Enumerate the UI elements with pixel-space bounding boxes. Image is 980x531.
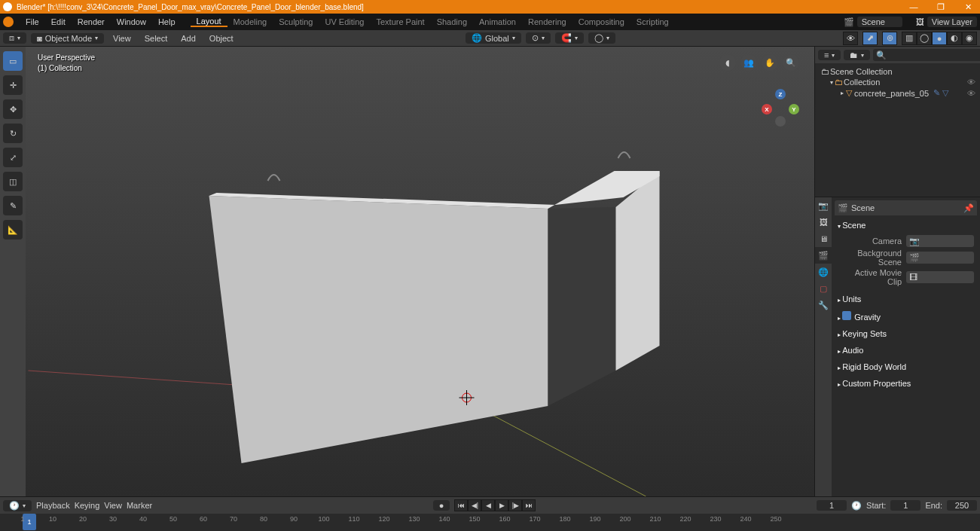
tool-measure[interactable]: 📐 <box>3 220 23 240</box>
workspace-uv[interactable]: UV Editing <box>319 17 370 26</box>
panel-scene[interactable]: Scene <box>835 218 977 232</box>
tool-select-box[interactable]: ▭ <box>3 51 23 71</box>
menu-file[interactable]: File <box>20 17 45 26</box>
tool-rotate[interactable]: ↻ <box>3 124 23 143</box>
tree-collection[interactable]: ▾ 🗀 Collection 👁 <box>815 77 980 87</box>
ptab-world[interactable]: 🌐 <box>815 264 832 280</box>
tool-move[interactable]: ✥ <box>3 99 23 119</box>
window-close-button[interactable]: ✕ <box>959 2 977 12</box>
tl-menu-keying[interactable]: Keying <box>75 501 100 510</box>
bg-scene-field[interactable]: 🎬 <box>906 252 974 264</box>
tl-menu-view[interactable]: View <box>104 501 122 510</box>
workspace-rendering[interactable]: Rendering <box>522 17 572 26</box>
workspace-modeling[interactable]: Modeling <box>227 17 273 26</box>
collection-icon: 🗀 <box>820 67 830 76</box>
end-frame-field[interactable]: 250 <box>947 500 977 511</box>
3d-viewport[interactable]: User Perspective (1) Collection ◖ 👥 ✋ 🔍 … <box>26 47 814 496</box>
tool-cursor[interactable]: ✛ <box>3 75 23 95</box>
workspace-compositing[interactable]: Compositing <box>572 17 630 26</box>
ptab-render[interactable]: 📷 <box>815 197 832 214</box>
tool-scale[interactable]: ⤢ <box>3 148 23 167</box>
timeline-editor-button[interactable]: 🕐▾ <box>3 500 32 511</box>
current-frame-field[interactable]: 1 <box>817 500 847 511</box>
workspace-animation[interactable]: Animation <box>473 17 522 26</box>
shading-rendered[interactable]: ◉ <box>962 32 977 45</box>
play-keyback[interactable]: ◀| <box>468 499 481 511</box>
workspace-layout[interactable]: Layout <box>191 17 227 27</box>
vp-menu-select[interactable]: Select <box>140 34 172 43</box>
pivot-selector[interactable]: ⊙▾ <box>526 32 551 44</box>
autokey-button[interactable]: ● <box>433 500 450 511</box>
play-first[interactable]: ⏮ <box>454 499 468 511</box>
panel-keying[interactable]: Keying Sets <box>835 327 977 340</box>
workspace-scripting[interactable]: Scripting <box>630 17 675 26</box>
vp-menu-object[interactable]: Object <box>205 34 238 43</box>
play-last[interactable]: ⏭ <box>522 499 536 511</box>
eye-icon[interactable]: 👁 <box>967 78 975 87</box>
window-max-button[interactable]: ❐ <box>932 2 950 12</box>
menu-help[interactable]: Help <box>152 17 182 26</box>
orientation-selector[interactable]: 🌐Global▾ <box>466 32 521 44</box>
start-frame-field[interactable]: 1 <box>890 500 920 511</box>
workspace-texpaint[interactable]: Texture Paint <box>370 17 430 26</box>
panel-units[interactable]: Units <box>835 292 977 306</box>
shading-solid[interactable]: ● <box>932 32 947 45</box>
vp-menu-view[interactable]: View <box>108 34 136 43</box>
scene-icon: 🎬 <box>844 17 854 27</box>
workspace-shading[interactable]: Shading <box>431 17 473 26</box>
ptab-modifier[interactable]: 🔧 <box>815 297 832 313</box>
xray-toggle[interactable]: ▥ <box>902 32 917 45</box>
tool-annotate[interactable]: ✎ <box>3 196 23 215</box>
ptab-object[interactable]: ▢ <box>815 280 832 297</box>
tree-object[interactable]: ▸ ▽ concrete_panels_05 ✎ ▽ 👁 <box>815 87 980 99</box>
search-icon: 🔍 <box>876 50 887 60</box>
camera-icon: 📷 <box>909 237 920 246</box>
tree-scene-collection[interactable]: 🗀 Scene Collection <box>815 66 980 77</box>
panel-audio[interactable]: Audio <box>835 343 977 357</box>
tick: 30 <box>109 515 117 523</box>
scene-field[interactable]: Scene <box>857 17 902 27</box>
ptab-scene[interactable]: 🎬 <box>815 247 832 264</box>
play-play[interactable]: ▶ <box>495 499 508 511</box>
end-label: End: <box>925 501 942 510</box>
outliner-display-button[interactable]: 🖿▾ <box>844 50 870 60</box>
outliner-editor-button[interactable]: ≡▾ <box>818 50 841 60</box>
ptab-output[interactable]: 🖼 <box>815 214 832 230</box>
eye-icon[interactable]: 👁 <box>967 89 975 98</box>
tick: 210 <box>649 515 661 523</box>
gravity-checkbox[interactable] <box>842 311 851 320</box>
visibility-button[interactable]: 👁 <box>843 32 858 45</box>
shading-wire[interactable]: ◯ <box>917 32 932 45</box>
ptab-viewlayer[interactable]: 🖥 <box>815 230 832 247</box>
menu-edit[interactable]: Edit <box>45 17 72 26</box>
pin-icon[interactable]: 📌 <box>963 203 974 213</box>
window-min-button[interactable]: — <box>905 2 923 12</box>
play-keynext[interactable]: |▶ <box>508 499 522 511</box>
outliner-search[interactable]: 🔍 <box>873 49 980 61</box>
viewlayer-field[interactable]: View Layer <box>927 17 977 27</box>
panel-gravity[interactable]: Gravity <box>835 309 977 324</box>
tl-menu-playback[interactable]: Playback <box>36 501 70 510</box>
snap-toggle[interactable]: 🧲▾ <box>555 32 584 44</box>
timeline-ruler[interactable]: 1 11020304050607080901001101201301401501… <box>0 514 980 530</box>
overlay-button[interactable]: ⊚ <box>882 32 897 45</box>
editor-type-button[interactable]: ⧈▾ <box>3 32 26 44</box>
mode-selector[interactable]: ◙Object Mode▾ <box>31 33 104 44</box>
vp-menu-add[interactable]: Add <box>176 34 200 43</box>
playhead[interactable]: 1 <box>23 514 36 530</box>
proportional-toggle[interactable]: ◯▾ <box>588 32 615 44</box>
workspace-sculpting[interactable]: Sculpting <box>273 17 319 26</box>
shading-lookdev[interactable]: ◐ <box>947 32 962 45</box>
start-label: Start: <box>866 501 886 510</box>
menu-window[interactable]: Window <box>111 17 152 26</box>
tl-menu-marker[interactable]: Marker <box>127 501 152 510</box>
camera-field[interactable]: 📷 <box>906 235 974 247</box>
play-revplay[interactable]: ◀ <box>481 499 495 511</box>
panel-custom[interactable]: Custom Properties <box>835 377 977 390</box>
movieclip-field[interactable]: 🎞 <box>906 271 974 283</box>
tool-transform[interactable]: ◫ <box>3 172 23 191</box>
gizmo-button[interactable]: ⬈ <box>862 32 878 45</box>
tick: 20 <box>79 515 87 523</box>
menu-render[interactable]: Render <box>72 17 111 26</box>
panel-rigid[interactable]: Rigid Body World <box>835 360 977 374</box>
